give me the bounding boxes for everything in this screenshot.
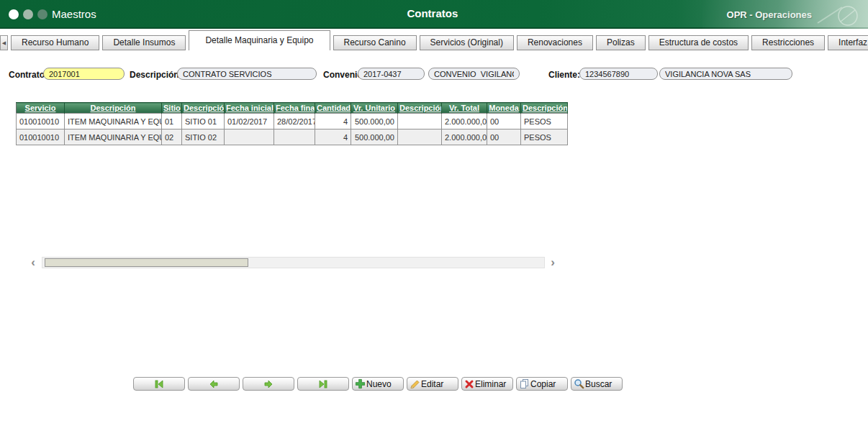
table-cell: 010010010 xyxy=(17,114,65,129)
eliminar-button[interactable]: Eliminar xyxy=(461,377,513,391)
table-cell: 00 xyxy=(487,129,521,145)
plus-icon xyxy=(355,378,366,389)
table-cell: 4 xyxy=(315,114,351,129)
tab-list: Recurso HumanoDetalle InsumosDetalle Maq… xyxy=(8,30,868,50)
buscar-button[interactable]: Buscar xyxy=(571,377,623,391)
delete-x-icon xyxy=(464,379,474,389)
button-label: Copiar xyxy=(530,379,556,389)
search-icon xyxy=(574,378,584,389)
tab-detalle-insumos[interactable]: Detalle Insumos xyxy=(102,35,186,50)
column-header-vr-unitario[interactable]: Vr. Unitario xyxy=(351,103,398,114)
tab-interfaz-n-mina[interactable]: Interfaz Nómina xyxy=(828,35,868,50)
nuevo-button[interactable]: Nuevo xyxy=(352,377,404,391)
tab-recurso-canino[interactable]: Recurso Canino xyxy=(333,35,417,50)
descripcion-label: Descripción: xyxy=(130,70,182,80)
column-header-fecha-inicial[interactable]: Fecha inicial xyxy=(225,103,274,114)
scroll-left-icon[interactable]: ‹ xyxy=(27,256,39,269)
copy-icon xyxy=(519,378,530,389)
cliente-input[interactable] xyxy=(579,68,658,80)
tab-estructura-de-costos[interactable]: Estructura de costos xyxy=(648,35,749,50)
toolbar: NuevoEditarEliminarCopiarBuscar xyxy=(133,377,623,391)
first-record-button[interactable] xyxy=(133,377,185,391)
titlebar: Maestros Contratos OPR - Operaciones xyxy=(0,0,868,29)
last-record-icon xyxy=(317,379,330,389)
table-cell: 2.000.000,00 xyxy=(442,114,487,129)
first-record-icon xyxy=(153,379,166,389)
tab-servicios-original[interactable]: Servicios (Original) xyxy=(420,35,514,50)
window-dot-1[interactable] xyxy=(9,9,19,19)
table-cell: ITEM MAQUINARIA Y EQUIPO xyxy=(65,129,162,145)
table-cell: 2.000.000,00 xyxy=(442,129,487,145)
scrollbar-track[interactable] xyxy=(42,257,545,268)
next-record-button[interactable] xyxy=(243,377,294,391)
table-cell xyxy=(225,129,274,145)
page-title: Contratos xyxy=(407,7,458,19)
tab-restricciones[interactable]: Restricciones xyxy=(751,35,825,50)
scrollbar-thumb[interactable] xyxy=(45,258,248,267)
column-header-cantidad[interactable]: Cantidad xyxy=(315,103,351,114)
horizontal-scrollbar: ‹ › xyxy=(0,256,569,270)
convenio-input[interactable] xyxy=(358,68,425,80)
last-record-button[interactable] xyxy=(297,377,349,391)
column-header-sitio[interactable]: Sitio xyxy=(162,103,182,114)
detail-table: ServicioDescripciónSitioDescripciónFecha… xyxy=(16,102,568,145)
column-header-vr-total[interactable]: Vr. Total xyxy=(442,103,487,114)
table-cell: SITIO 01 xyxy=(182,114,225,129)
previous-record-icon xyxy=(208,379,220,389)
convenio-name-input[interactable] xyxy=(428,68,520,80)
descripcion-input[interactable] xyxy=(177,68,317,80)
contrato-input[interactable] xyxy=(43,68,125,80)
table-cell: 02 xyxy=(162,129,182,145)
column-header-descripci-n[interactable]: Descripción xyxy=(521,103,568,114)
table-cell: 4 xyxy=(315,129,351,145)
table-header-row: ServicioDescripciónSitioDescripciónFecha… xyxy=(17,103,568,114)
column-header-servicio[interactable]: Servicio xyxy=(17,103,65,114)
column-header-moneda[interactable]: Moneda xyxy=(487,103,521,114)
button-label: Buscar xyxy=(585,379,612,389)
compass-icon xyxy=(813,1,864,27)
column-header-descripci-n[interactable]: Descripción xyxy=(182,103,225,114)
table-cell: SITIO 02 xyxy=(182,129,225,145)
column-header-fecha-final[interactable]: Fecha final xyxy=(274,103,315,114)
tab-recurso-humano[interactable]: Recurso Humano xyxy=(11,35,99,50)
cliente-label: Cliente: xyxy=(548,70,580,80)
cliente-name-input[interactable] xyxy=(659,68,792,80)
window-dot-3[interactable] xyxy=(37,9,48,19)
next-record-icon xyxy=(263,379,274,389)
table-cell: ITEM MAQUINARIA Y EQUIPO xyxy=(65,114,162,129)
table-cell: 01 xyxy=(162,114,182,129)
tab-polizas[interactable]: Polizas xyxy=(596,35,646,50)
previous-record-button[interactable] xyxy=(188,377,240,391)
tab-renovaciones[interactable]: Renovaciones xyxy=(517,35,593,50)
contrato-label: Contrato: xyxy=(9,70,48,80)
table-cell: 00 xyxy=(487,114,521,129)
tab-strip: ◀ Recurso HumanoDetalle InsumosDetalle M… xyxy=(0,30,868,50)
button-label: Editar xyxy=(421,379,443,389)
table-row[interactable]: 010010010ITEM MAQUINARIA Y EQUIPO01SITIO… xyxy=(17,114,568,129)
table-cell xyxy=(398,129,442,145)
table-cell: 500.000,00 xyxy=(351,114,398,129)
module-label: OPR - Operaciones xyxy=(727,9,812,20)
tab-detalle-maquinaria-y-equipo[interactable]: Detalle Maquinaria y Equipo xyxy=(189,30,330,50)
pencil-icon xyxy=(410,379,420,389)
table-cell: 01/02/2017 xyxy=(225,114,274,129)
table-row[interactable]: 010010010ITEM MAQUINARIA Y EQUIPO02SITIO… xyxy=(17,129,568,145)
scroll-right-icon[interactable]: › xyxy=(547,256,559,269)
table-cell xyxy=(398,114,442,129)
table-cell: 28/02/2017 xyxy=(274,114,315,129)
table-cell: PESOS xyxy=(521,129,568,145)
button-label: Eliminar xyxy=(475,379,506,389)
tab-scroll-left-button[interactable]: ◀ xyxy=(0,35,8,50)
table-cell: 500.000,00 xyxy=(351,129,398,145)
window-controls xyxy=(9,9,48,19)
table-cell: 010010010 xyxy=(17,129,65,145)
column-header-descripci-n[interactable]: Descripción xyxy=(398,103,442,114)
table-cell xyxy=(274,129,315,145)
editar-button[interactable]: Editar xyxy=(407,377,458,391)
table-body: 010010010ITEM MAQUINARIA Y EQUIPO01SITIO… xyxy=(17,114,568,145)
column-header-descripci-n[interactable]: Descripción xyxy=(65,103,162,114)
table-cell: PESOS xyxy=(521,114,568,129)
window-dot-2[interactable] xyxy=(23,9,33,19)
app-name: Maestros xyxy=(52,8,96,20)
copiar-button[interactable]: Copiar xyxy=(516,377,568,391)
